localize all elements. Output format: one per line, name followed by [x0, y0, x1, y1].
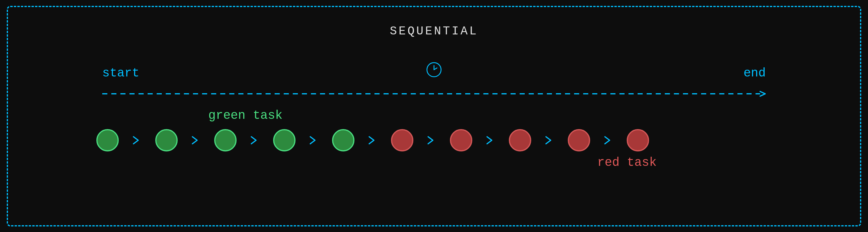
green-task-circle	[214, 129, 237, 151]
arrow-right-icon	[190, 134, 202, 146]
green-task-circle	[273, 129, 296, 151]
task-row	[96, 129, 772, 151]
arrow-right-icon	[426, 134, 437, 146]
green-task-label: green task	[208, 109, 283, 123]
arrow-right-icon	[602, 134, 614, 146]
start-label: start	[102, 66, 140, 80]
clock-icon	[426, 62, 442, 79]
diagram-title: SEQUENTIAL	[20, 25, 848, 38]
arrow-right-icon	[308, 134, 320, 146]
red-task-circle	[509, 129, 531, 151]
red-task-circle	[568, 129, 590, 151]
arrow-right-icon	[544, 134, 555, 146]
arrow-right-icon	[131, 134, 143, 146]
timeline-labels: start end	[102, 65, 766, 82]
tasks-section: green task red task	[20, 129, 848, 151]
green-task-circle	[332, 129, 354, 151]
arrow-right-icon	[249, 134, 261, 146]
red-task-circle	[450, 129, 472, 151]
red-task-label: red task	[597, 156, 657, 170]
red-task-circle	[391, 129, 413, 151]
timeline-arrow	[102, 91, 766, 97]
end-label: end	[743, 66, 766, 80]
arrow-right-icon	[485, 134, 496, 146]
arrow-right-icon	[367, 134, 379, 146]
timeline-section: start end	[20, 65, 848, 97]
green-task-circle	[96, 129, 119, 151]
red-task-circle	[627, 129, 649, 151]
green-task-circle	[155, 129, 178, 151]
diagram-container: SEQUENTIAL start end green task red task	[7, 6, 861, 226]
